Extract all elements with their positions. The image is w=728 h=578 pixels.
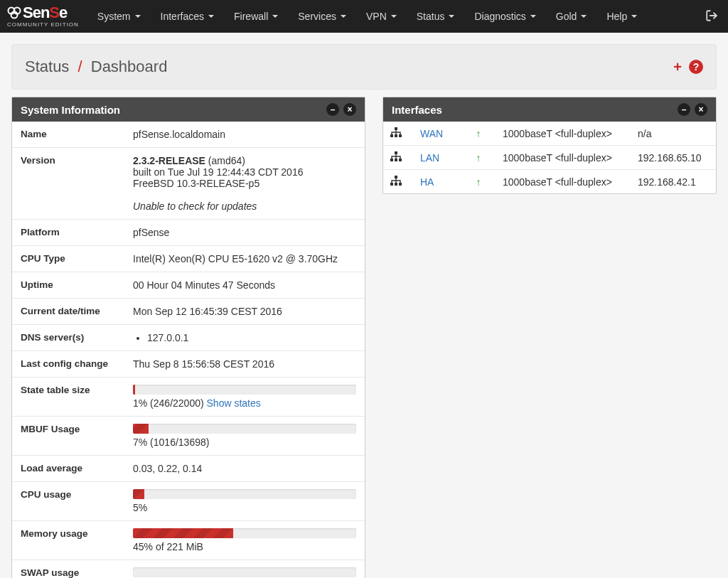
nav-gold[interactable]: Gold: [556, 11, 587, 22]
breadcrumb-dashboard[interactable]: Dashboard: [91, 58, 168, 75]
row-mbuf: MBUF Usage 7% (1016/13698): [12, 417, 365, 456]
nav-firewall[interactable]: Firewall: [234, 11, 278, 22]
svg-rect-4: [395, 127, 397, 130]
arrow-up-icon: ↑: [476, 128, 481, 139]
breadcrumb-status[interactable]: Status: [25, 58, 69, 75]
chevron-down-icon: [530, 15, 536, 18]
interface-link-ha[interactable]: HA: [420, 176, 434, 188]
value: Mon Sep 12 16:45:39 CEST 2016: [133, 299, 365, 325]
interface-row: HA ↑ 1000baseT <full-duplex> 192.168.42.…: [383, 170, 716, 194]
minimize-icon[interactable]: –: [326, 103, 339, 116]
page-header: Status / Dashboard + ?: [11, 44, 717, 90]
row-name: Name pfSense.localdomain: [12, 122, 365, 148]
label: Last config change: [12, 351, 133, 378]
show-states-link[interactable]: Show states: [207, 397, 261, 409]
breadcrumb: Status / Dashboard: [25, 58, 167, 76]
nav-vpn[interactable]: VPN: [366, 11, 397, 22]
svg-rect-7: [399, 134, 402, 137]
label: Memory usage: [12, 521, 133, 560]
label: MBUF Usage: [12, 417, 133, 456]
svg-rect-8: [395, 151, 397, 154]
value: 0.03, 0.22, 0.14: [133, 456, 365, 482]
label: SWAP usage: [12, 560, 133, 579]
progress-state-table: [133, 385, 356, 395]
label: Name: [12, 122, 133, 148]
dns-entry: 127.0.0.1: [147, 332, 356, 343]
row-platform: Platform pfSense: [12, 220, 365, 246]
close-icon[interactable]: ×: [695, 103, 707, 116]
brand-logo[interactable]: **SenSenSe COMMUNITY EDITION: [7, 5, 79, 28]
row-current-datetime: Current date/time Mon Sep 12 16:45:39 CE…: [12, 299, 365, 325]
panel-title: Interfaces: [392, 104, 442, 116]
nav-system[interactable]: System: [97, 11, 141, 22]
chevron-down-icon: [581, 15, 587, 18]
system-info-table: Name pfSense.localdomain Version 2.3.2-R…: [12, 122, 365, 578]
chevron-down-icon: [449, 15, 454, 18]
update-status: Unable to check for updates: [133, 200, 257, 212]
svg-rect-15: [399, 183, 402, 186]
interface-media: 1000baseT <full-duplex>: [496, 122, 631, 146]
value: Intel(R) Xeon(R) CPU E5-1620 v2 @ 3.70GH…: [133, 246, 365, 272]
row-memory-usage: Memory usage 45% of 221 MiB: [12, 521, 365, 560]
nav-diagnostics[interactable]: Diagnostics: [474, 11, 535, 22]
help-icon[interactable]: ?: [689, 60, 703, 74]
row-state-table: State table size 1% (246/22000) Show sta…: [12, 378, 365, 417]
panel-interfaces: Interfaces – × WAN ↑ 1000baseT <full-dup…: [382, 97, 717, 194]
row-cpu-type: CPU Type Intel(R) Xeon(R) CPU E5-1620 v2…: [12, 246, 365, 272]
interface-link-wan[interactable]: WAN: [420, 128, 443, 139]
nav-items: System Interfaces Firewall Services VPN …: [97, 11, 705, 22]
svg-rect-5: [390, 134, 393, 137]
svg-rect-13: [390, 183, 393, 186]
label: Version: [12, 148, 133, 220]
value: 127.0.0.1: [133, 325, 365, 351]
minimize-icon[interactable]: –: [678, 103, 690, 116]
label: Current date/time: [12, 299, 133, 325]
interface-address: 192.168.65.10: [631, 146, 716, 170]
row-swap-usage: SWAP usage 0% of 511 MiB: [12, 560, 365, 579]
brand-name: **SenSenSe: [7, 5, 79, 21]
row-uptime: Uptime 00 Hour 04 Minutes 47 Seconds: [12, 272, 365, 299]
arrow-up-icon: ↑: [476, 176, 481, 188]
close-icon[interactable]: ×: [343, 103, 356, 116]
value: pfSense.localdomain: [133, 122, 365, 148]
interfaces-table: WAN ↑ 1000baseT <full-duplex> n/a LAN ↑ …: [383, 122, 716, 193]
svg-rect-14: [395, 183, 397, 186]
chevron-down-icon: [341, 15, 346, 18]
nav-services[interactable]: Services: [298, 11, 346, 22]
label: CPU Type: [12, 246, 133, 272]
interface-media: 1000baseT <full-duplex>: [496, 170, 631, 194]
interface-media: 1000baseT <full-duplex>: [496, 146, 631, 170]
add-widget-icon[interactable]: +: [673, 59, 682, 75]
breadcrumb-sep: /: [78, 58, 82, 75]
nav-status[interactable]: Status: [417, 11, 455, 22]
brand-subtitle: COMMUNITY EDITION: [7, 22, 79, 28]
value: Thu Sep 8 15:56:58 CEST 2016: [133, 351, 365, 378]
chevron-down-icon: [135, 15, 141, 18]
row-last-config: Last config change Thu Sep 8 15:56:58 CE…: [12, 351, 365, 378]
logout-icon[interactable]: [705, 9, 718, 24]
svg-rect-10: [395, 159, 397, 161]
svg-rect-9: [390, 159, 393, 161]
interface-address: 192.168.42.1: [631, 170, 716, 194]
label: State table size: [12, 378, 133, 417]
chevron-down-icon: [208, 15, 214, 18]
value: 00 Hour 04 Minutes 47 Seconds: [133, 272, 365, 299]
progress-swap: [133, 567, 356, 577]
progress-bar: [133, 385, 135, 395]
value: pfSense: [133, 220, 365, 246]
arrow-up-icon: ↑: [476, 152, 481, 164]
interface-row: LAN ↑ 1000baseT <full-duplex> 192.168.65…: [383, 146, 716, 170]
label: Platform: [12, 220, 133, 246]
top-navbar: **SenSenSe COMMUNITY EDITION System Inte…: [0, 0, 728, 33]
svg-rect-11: [399, 159, 402, 161]
chevron-down-icon: [391, 15, 397, 18]
chevron-down-icon: [272, 15, 278, 18]
interface-link-lan[interactable]: LAN: [420, 152, 439, 164]
nav-help[interactable]: Help: [606, 11, 637, 22]
svg-rect-12: [395, 176, 397, 178]
sitemap-icon: [390, 128, 402, 139]
sitemap-icon: [390, 176, 402, 188]
nav-interfaces[interactable]: Interfaces: [161, 11, 214, 22]
chevron-down-icon: [631, 15, 637, 18]
row-load-average: Load average 0.03, 0.22, 0.14: [12, 456, 365, 482]
